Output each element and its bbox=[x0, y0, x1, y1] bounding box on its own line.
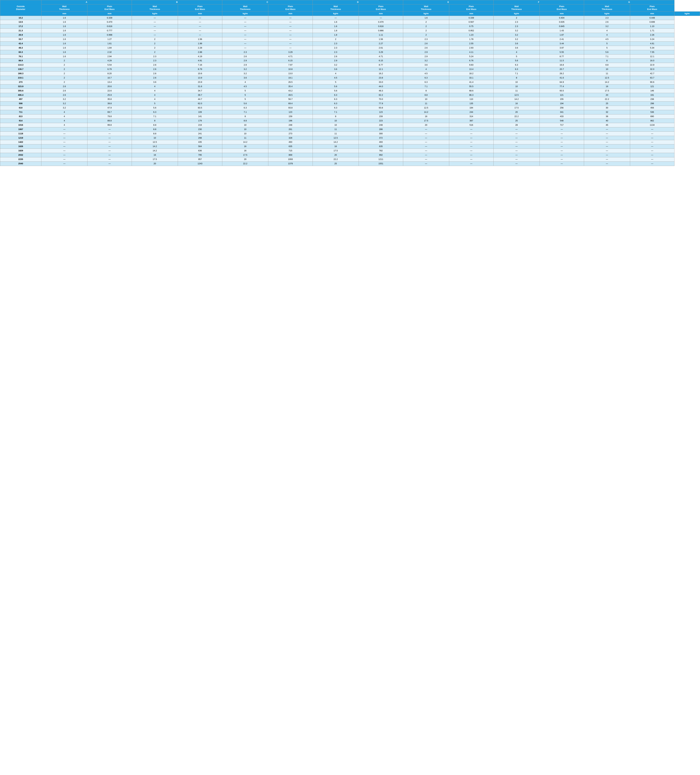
cell-value: 1.99 bbox=[178, 42, 222, 46]
table-row: 10.21.60.339——————1.60.33920.4042.30.448 bbox=[0, 16, 700, 20]
cell-value: 516 bbox=[449, 123, 493, 127]
cell-value: 47.9 bbox=[87, 106, 132, 110]
cell-value: — bbox=[540, 153, 584, 157]
cell-value: 0.470 bbox=[87, 20, 132, 24]
cell-value: 5 bbox=[132, 101, 178, 106]
cell-value: 11 bbox=[403, 101, 449, 106]
cell-value: 63.7 bbox=[630, 76, 674, 80]
unit-a-wt: mm bbox=[87, 12, 132, 16]
cell-value: 5.6 bbox=[222, 101, 268, 106]
cell-value: 8.8 bbox=[222, 118, 268, 123]
cell-value: 6.3 bbox=[313, 106, 358, 110]
cell-value: 0.339 bbox=[449, 16, 493, 20]
cell-value: 40 bbox=[584, 118, 630, 123]
cell-value: 6.15 bbox=[359, 58, 403, 63]
cell-value: — bbox=[222, 20, 268, 24]
unit-f-pem: kg/m bbox=[584, 12, 630, 16]
cell-value: 1.6 bbox=[41, 29, 87, 33]
cell-value: 16 bbox=[403, 115, 449, 119]
table-row: 76.11.62.942.34.192.64.712.64.712.95.245… bbox=[0, 54, 700, 58]
cell-value: 17.5 bbox=[403, 118, 449, 123]
cell-value: 230 bbox=[178, 127, 222, 131]
table-row: 5083.239.8562.05.669.46.377.911135161942… bbox=[0, 101, 700, 106]
outside-diameter-header: OutsideDiameter bbox=[0, 0, 42, 16]
cell-value: 2.6 bbox=[132, 76, 178, 80]
cell-value: 8 bbox=[313, 115, 358, 119]
cell-value: 2.3 bbox=[132, 54, 178, 58]
cell-value: 31.6 bbox=[178, 84, 222, 88]
cell-value: 20.7 bbox=[540, 67, 584, 72]
unit-g-pem: kg/m bbox=[674, 12, 700, 16]
cell-value: 8.20 bbox=[87, 72, 132, 76]
outside-diameter-value: 914 bbox=[0, 118, 42, 123]
table-row: 114.325.542.67.162.97.973.28.773.69.836.… bbox=[0, 63, 700, 67]
cell-value: 2.9 bbox=[403, 54, 449, 58]
cell-value: 2 bbox=[493, 16, 540, 20]
cell-value: 795 bbox=[178, 153, 222, 157]
cell-value: 2 bbox=[41, 67, 87, 72]
outside-diameter-value: 48.3 bbox=[0, 46, 42, 50]
c-wall-thickness-header: WallThickness bbox=[222, 4, 268, 12]
cell-value: 123 bbox=[359, 110, 403, 115]
outside-diameter-value: 406.4 bbox=[0, 93, 42, 97]
cell-value: 22.2 bbox=[493, 115, 540, 119]
cell-value: 69.4 bbox=[268, 101, 313, 106]
cell-value: 194 bbox=[540, 101, 584, 106]
cell-value: 1.27 bbox=[87, 37, 132, 42]
cell-value: 2 bbox=[41, 72, 87, 76]
cell-value: 8 bbox=[493, 76, 540, 80]
unit-b-pem: kg/m bbox=[222, 12, 268, 16]
cell-value: 184 bbox=[449, 106, 493, 110]
table-row: 323.92.620.6431.64.535.45.644.07.155.510… bbox=[0, 84, 700, 88]
cell-value: 1.6 bbox=[41, 20, 87, 24]
cell-value: 314 bbox=[449, 115, 493, 119]
cell-value: 36 bbox=[584, 115, 630, 119]
cell-value: 3.6 bbox=[493, 46, 540, 50]
cell-value: 1.6 bbox=[403, 16, 449, 20]
cell-value: 2.3 bbox=[132, 58, 178, 63]
cell-value: 2 bbox=[132, 37, 178, 42]
cell-value: — bbox=[403, 157, 449, 161]
cell-value: 35.8 bbox=[87, 97, 132, 101]
cell-value: 0.339 bbox=[87, 16, 132, 20]
cell-value: 992 bbox=[359, 153, 403, 157]
cell-value: 13.4 bbox=[449, 67, 493, 72]
cell-value: 2.3 bbox=[313, 46, 358, 50]
group-d-header: D bbox=[313, 0, 403, 5]
cell-value: 44.0 bbox=[359, 84, 403, 88]
cell-value: 14.2 bbox=[132, 145, 178, 149]
cell-value: 4 bbox=[132, 84, 178, 88]
unit-c-wt: mm bbox=[268, 12, 313, 16]
cell-value: 62.0 bbox=[178, 101, 222, 106]
cell-value: 7.1 bbox=[222, 110, 268, 115]
cell-value: 11 bbox=[584, 72, 630, 76]
cell-value: 2.9 bbox=[222, 63, 268, 67]
cell-value: 1.78 bbox=[449, 37, 493, 42]
cell-value: — bbox=[132, 29, 178, 33]
cell-value: 862 bbox=[630, 118, 674, 123]
cell-value: 4.5 bbox=[584, 37, 630, 42]
cell-value: 3.2 bbox=[222, 67, 268, 72]
cell-value: 12.1 bbox=[630, 54, 674, 58]
cell-value: 2.6 bbox=[403, 46, 449, 50]
unit-f-wt: mm bbox=[540, 12, 584, 16]
cell-value: 6.3 bbox=[493, 67, 540, 72]
cell-value: 16 bbox=[313, 145, 358, 149]
cell-value: — bbox=[222, 37, 268, 42]
cell-value: — bbox=[178, 16, 222, 20]
cell-value: 2.94 bbox=[87, 54, 132, 58]
cell-value: 2 bbox=[41, 58, 87, 63]
group-f-header: F bbox=[493, 0, 584, 5]
outside-diameter-value: 813 bbox=[0, 115, 42, 119]
cell-value: — bbox=[41, 149, 87, 153]
cell-value: 0.635 bbox=[540, 20, 584, 24]
cell-value: 717 bbox=[540, 123, 584, 127]
cell-value: — bbox=[584, 161, 630, 166]
g-wall-thickness-header: WallThickness bbox=[584, 4, 630, 12]
cell-value: 248 bbox=[268, 123, 313, 127]
cell-value: 2.6 bbox=[41, 84, 87, 88]
cell-value: — bbox=[403, 145, 449, 149]
cell-value: 10 bbox=[584, 67, 630, 72]
cell-value: 62.2 bbox=[359, 93, 403, 97]
cell-value: 5 bbox=[584, 42, 630, 46]
